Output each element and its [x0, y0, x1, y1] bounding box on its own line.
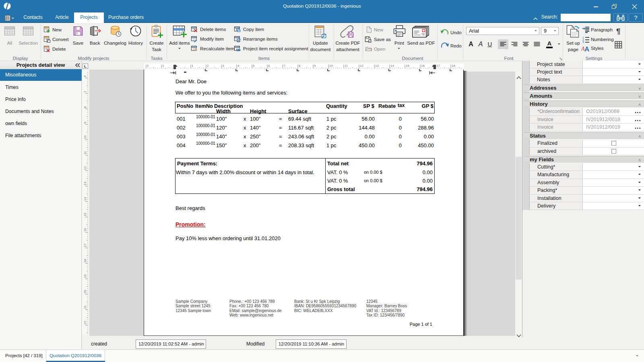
svg-text:17: 17: [83, 243, 87, 247]
svg-text:13: 13: [83, 181, 87, 185]
svg-text:18: 18: [452, 64, 455, 68]
svg-text:15: 15: [83, 212, 87, 216]
svg-text:20: 20: [83, 290, 87, 293]
svg-text:12: 12: [83, 166, 87, 170]
svg-text:6: 6: [268, 64, 270, 68]
svg-text:16: 16: [421, 64, 425, 68]
svg-text:16: 16: [83, 228, 87, 232]
svg-text:9: 9: [314, 64, 316, 68]
svg-text:1: 1: [162, 64, 164, 68]
svg-text:6: 6: [83, 75, 87, 77]
svg-text:A: A: [584, 45, 589, 52]
svg-text:1: 1: [192, 64, 194, 68]
svg-text:5: 5: [253, 64, 255, 68]
svg-text:19: 19: [83, 274, 87, 278]
svg-text:14: 14: [83, 197, 87, 201]
svg-text:3: 3: [222, 64, 224, 68]
svg-text:8: 8: [299, 64, 301, 68]
svg-text:4: 4: [237, 64, 239, 68]
svg-text:21: 21: [83, 305, 87, 309]
svg-text:17: 17: [436, 64, 440, 68]
svg-text:8: 8: [83, 106, 87, 108]
svg-text:11: 11: [83, 151, 87, 154]
svg-text:11: 11: [345, 64, 348, 68]
svg-text:2: 2: [147, 64, 149, 68]
svg-text:13: 13: [375, 64, 379, 68]
svg-text:7: 7: [283, 64, 285, 68]
svg-text:15: 15: [406, 64, 409, 68]
svg-text:7: 7: [83, 90, 87, 93]
svg-text:9: 9: [83, 121, 87, 123]
svg-text:12: 12: [360, 64, 363, 68]
svg-text:22: 22: [83, 321, 87, 324]
svg-text:18: 18: [83, 259, 87, 262]
svg-text:10: 10: [83, 135, 87, 139]
svg-text:14: 14: [390, 64, 394, 68]
svg-text:3: 3: [582, 41, 584, 43]
svg-text:2: 2: [207, 64, 209, 68]
svg-text:10: 10: [329, 64, 333, 68]
